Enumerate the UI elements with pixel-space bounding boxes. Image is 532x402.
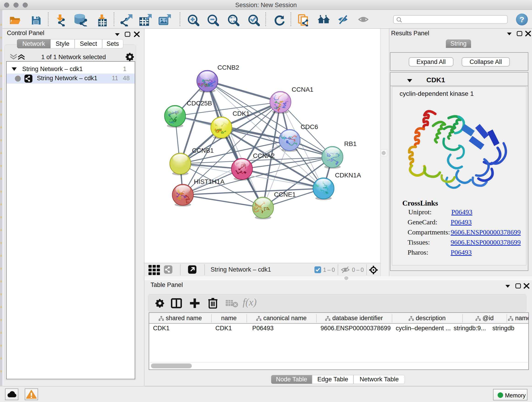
svg-text:CCNA2: CCNA2: [253, 152, 275, 159]
svg-text:CCNE1: CCNE1: [274, 191, 296, 198]
svg-text:HIST1H1A: HIST1H1A: [194, 178, 225, 185]
svg-text:CDKN1A: CDKN1A: [335, 172, 361, 179]
svg-text:CCNA1: CCNA1: [292, 86, 313, 93]
svg-text:CDC6: CDC6: [301, 123, 318, 130]
svg-text:CCNB2: CCNB2: [217, 64, 239, 71]
svg-text:RB1: RB1: [344, 140, 356, 147]
svg-text:CCNB1: CCNB1: [192, 147, 214, 154]
svg-text:CDC25B: CDC25B: [187, 100, 212, 107]
svg-text:CDK1: CDK1: [233, 110, 250, 117]
